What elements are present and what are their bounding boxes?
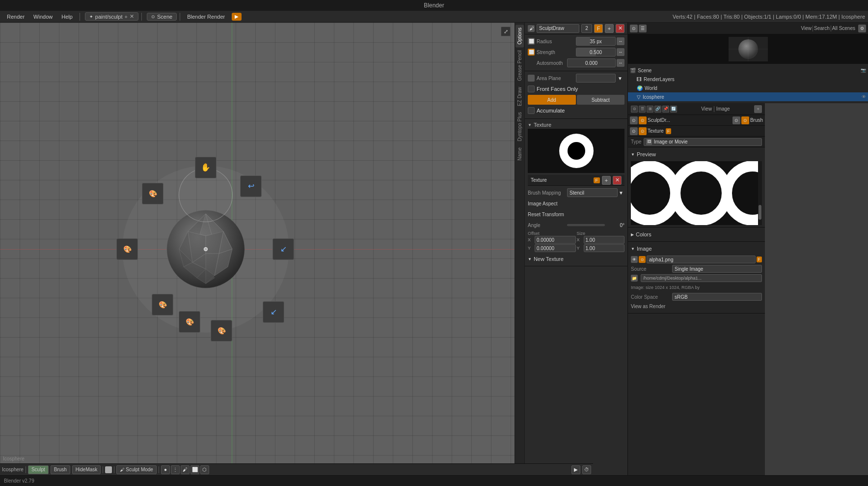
- tree-item-world[interactable]: 🌍 World: [628, 84, 868, 92]
- img-icon-4[interactable]: 🔗: [654, 106, 661, 113]
- icon-btn-2[interactable]: ⋮: [171, 465, 180, 474]
- viewport[interactable]: ✋ ↩ ↙ ↙ 🎨 🎨 🎨: [0, 23, 515, 475]
- texture-slot-icon: ⊙: [630, 127, 638, 135]
- image-name-field[interactable]: alpha1.png: [647, 256, 756, 263]
- img-tab-image[interactable]: Image: [716, 106, 730, 112]
- menu-window[interactable]: Window: [29, 13, 56, 21]
- view-as-render-row: View as Render: [631, 302, 762, 311]
- radial-item-bottom-right[interactable]: ↙: [263, 301, 284, 323]
- icon-btn-3[interactable]: 🖌: [181, 465, 190, 474]
- front-faces-checkbox[interactable]: [528, 86, 535, 92]
- source-row: Source Single Image: [631, 264, 762, 273]
- tree-scene-icon: 🎬: [630, 68, 636, 73]
- radial-item-left[interactable]: 🎨: [116, 238, 138, 260]
- image-header[interactable]: ▼ Image: [631, 244, 762, 254]
- brush-add-btn[interactable]: +: [605, 24, 614, 33]
- radial-item-right[interactable]: ↙: [272, 238, 294, 260]
- render-engine-selector[interactable]: Blender Render: [183, 13, 229, 21]
- sculpt-mode-btn[interactable]: 🖌 Sculpt Mode: [116, 465, 157, 474]
- offset-x-value[interactable]: 0.00000: [535, 236, 576, 244]
- render-button[interactable]: ▶: [232, 13, 242, 21]
- new-texture-header[interactable]: ▼ New Texture: [528, 254, 624, 264]
- preview-header[interactable]: ▼ Preview: [631, 149, 762, 159]
- img-icon-5[interactable]: 📌: [662, 106, 669, 113]
- autosmooth-icon-btn[interactable]: ↔: [617, 59, 624, 67]
- brush-mapping-dropdown[interactable]: Stencil: [567, 188, 618, 197]
- source-value[interactable]: Single Image: [672, 265, 762, 273]
- type-dropdown[interactable]: 🖼 Image or Movie: [644, 138, 762, 146]
- sculpt-btn[interactable]: Sculpt: [28, 465, 49, 474]
- size-x-value[interactable]: 1.00: [584, 236, 625, 244]
- menu-help[interactable]: Help: [57, 13, 77, 21]
- texture-section-header[interactable]: ▼ Texture: [528, 121, 624, 129]
- brush-del-btn[interactable]: ✕: [616, 24, 624, 33]
- brush-btn[interactable]: Brush: [51, 465, 70, 474]
- autosmooth-value[interactable]: 0.000: [567, 58, 616, 67]
- menu-render[interactable]: Render: [3, 13, 28, 21]
- side-tab-dyntopo[interactable]: Dyntopo Plus: [515, 109, 524, 144]
- color-space-value[interactable]: sRGB: [672, 293, 762, 301]
- texture-f-badge[interactable]: F: [594, 177, 600, 183]
- subtract-button[interactable]: Subtract: [577, 95, 625, 105]
- path-field[interactable]: /home/cdmj/Desktop/alpha1...: [641, 274, 762, 282]
- outliner-tab-search[interactable]: Search: [814, 26, 830, 31]
- scene-selector[interactable]: ⊙ Scene: [147, 13, 177, 21]
- playback-icon[interactable]: ▶: [571, 465, 580, 474]
- radial-item-bottom-mid[interactable]: 🎨: [179, 311, 200, 333]
- tree-item-scene[interactable]: 🎬 Scene 📷: [628, 66, 868, 75]
- brush-mapping-expand[interactable]: ▼: [618, 190, 624, 196]
- offset-y-value[interactable]: 0.00000: [535, 244, 576, 252]
- sculpt-draw-link[interactable]: SculptDr...: [648, 117, 670, 123]
- radius-icon-btn[interactable]: ↔: [617, 37, 624, 45]
- img-icon-1[interactable]: ⊙: [631, 106, 638, 113]
- strength-icon-btn[interactable]: ↔: [617, 48, 624, 56]
- texture-del-btn[interactable]: ✕: [613, 176, 622, 185]
- outliner-tab-view[interactable]: View: [801, 26, 812, 31]
- tree-mesh-icon: ▽: [637, 94, 641, 100]
- brush-name-field[interactable]: SculptDraw: [537, 24, 579, 33]
- texture-add-btn[interactable]: +: [602, 176, 611, 185]
- size-y-value[interactable]: 1.00: [584, 244, 625, 252]
- img-add-btn[interactable]: +: [754, 105, 762, 113]
- brush-settings-icon[interactable]: ⊙: [732, 116, 740, 124]
- view-as-render-label[interactable]: View as Render: [631, 304, 665, 309]
- radial-item-bottom-left[interactable]: 🎨: [152, 294, 173, 315]
- side-tab-ezdraw[interactable]: EZ Draw: [515, 84, 524, 109]
- tree-item-icosphere[interactable]: ▽ Icosphere 👁: [628, 92, 868, 101]
- radius-value[interactable]: 35 px: [576, 37, 616, 46]
- area-plane-label: Area Plane: [537, 76, 576, 81]
- mode-tab[interactable]: ✦ paint/sculpt + ✕: [85, 12, 138, 21]
- icon-btn-4[interactable]: ⬜: [190, 465, 199, 474]
- radial-item-top-left-2[interactable]: 🎨: [142, 183, 163, 204]
- image-editor-panel: ⊙ ☰ ⊞ 🔗 📌 🔄 View Image + ⊙ ⊙ SculptDr...: [627, 103, 765, 475]
- strength-value[interactable]: 0.500: [576, 48, 616, 57]
- img-icon-2[interactable]: ☰: [639, 106, 646, 113]
- fullscreen-btn[interactable]: ⤢: [501, 27, 511, 36]
- icon-btn-5[interactable]: ⬡: [200, 465, 209, 474]
- autosmooth-label: Autosmooth: [528, 60, 567, 66]
- accumulate-checkbox[interactable]: [528, 107, 535, 114]
- area-plane-dropdown[interactable]: [576, 74, 616, 83]
- timeline-icon[interactable]: ⏱: [582, 465, 591, 474]
- icon-btn-1[interactable]: ●: [161, 465, 170, 474]
- outliner-tab-all-scenes[interactable]: All Scenes: [832, 26, 855, 31]
- radial-item-top[interactable]: ✋: [195, 157, 217, 178]
- outliner-icon-1[interactable]: ⊙: [630, 25, 638, 32]
- tree-item-renderlayers[interactable]: 🎞 RenderLayers: [628, 75, 868, 84]
- hidemask-btn[interactable]: HideMask: [72, 465, 101, 474]
- radial-item-bottom[interactable]: 🎨: [211, 320, 232, 342]
- radial-item-top-right[interactable]: ↩: [240, 175, 262, 197]
- outliner-icon-3[interactable]: ⚙: [858, 25, 866, 32]
- img-icon-3[interactable]: ⊞: [647, 106, 653, 113]
- img-icon-6[interactable]: 🔄: [670, 106, 677, 113]
- brush-fav-btn[interactable]: F: [594, 24, 603, 33]
- colors-header[interactable]: ▶ Colors: [631, 229, 762, 239]
- scrollbar-thumb[interactable]: [759, 205, 761, 220]
- side-tab-options[interactable]: Options: [515, 25, 524, 47]
- img-tab-view[interactable]: View: [701, 106, 712, 112]
- add-button[interactable]: Add: [528, 95, 576, 105]
- area-plane-expand[interactable]: ▼: [616, 76, 624, 81]
- side-tab-name[interactable]: Name: [515, 144, 524, 164]
- outliner-icon-2[interactable]: ☰: [639, 25, 647, 32]
- side-tab-grease-pencil[interactable]: Grease Pencil: [515, 47, 524, 84]
